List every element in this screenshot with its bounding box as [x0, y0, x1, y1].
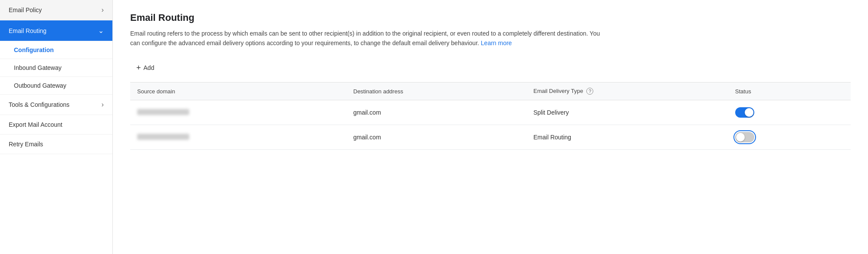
cell-source-domain [130, 100, 346, 125]
sidebar-item-label: Export Mail Account [9, 121, 62, 128]
sidebar-item-export-mail-account[interactable]: Export Mail Account [0, 115, 112, 135]
cell-email-delivery-type: Split Delivery [526, 100, 728, 125]
page-description: Email routing refers to the process by w… [130, 29, 608, 48]
blurred-source-domain [137, 134, 189, 140]
col-header-status: Status [728, 82, 851, 100]
toggle-track [735, 107, 754, 118]
table-row: gmail.com Email Routing [130, 125, 851, 150]
sidebar-item-inbound-gateway[interactable]: Inbound Gateway [0, 59, 112, 77]
chevron-right-icon: › [102, 101, 104, 109]
routing-table: Source domain Destination address Email … [130, 82, 851, 150]
sidebar-sub-item-label: Inbound Gateway [14, 64, 62, 71]
col-header-destination-address: Destination address [346, 82, 526, 100]
status-toggle[interactable] [735, 132, 754, 142]
sidebar-item-label: Tools & Configurations [9, 101, 69, 108]
sidebar-item-retry-emails[interactable]: Retry Emails [0, 135, 112, 154]
sidebar-item-email-policy[interactable]: Email Policy › [0, 0, 112, 20]
col-header-email-delivery-type: Email Delivery Type ? [526, 82, 728, 100]
learn-more-link[interactable]: Learn more [481, 40, 512, 46]
table-row: gmail.com Split Delivery [130, 100, 851, 125]
cell-destination-address: gmail.com [346, 100, 526, 125]
sidebar-item-outbound-gateway[interactable]: Outbound Gateway [0, 77, 112, 95]
sidebar-sub-item-label: Configuration [14, 46, 54, 53]
plus-icon: + [136, 64, 141, 72]
page-title: Email Routing [130, 12, 851, 23]
sidebar: Email Policy › Email Routing ⌄ Configura… [0, 0, 113, 254]
sidebar-item-tools-configurations[interactable]: Tools & Configurations › [0, 95, 112, 115]
status-toggle[interactable] [735, 107, 754, 118]
toggle-track [735, 132, 754, 142]
toggle-wrapper [735, 107, 844, 118]
sidebar-item-label: Email Policy [9, 7, 42, 13]
sidebar-item-email-routing[interactable]: Email Routing ⌄ [0, 20, 112, 41]
cell-destination-address: gmail.com [346, 125, 526, 150]
cell-source-domain [130, 125, 346, 150]
sidebar-item-label: Retry Emails [9, 141, 43, 148]
cell-status [728, 125, 851, 150]
table-header-row: Source domain Destination address Email … [130, 82, 851, 100]
help-icon[interactable]: ? [586, 88, 593, 95]
main-content: Email Routing Email routing refers to th… [113, 0, 868, 254]
chevron-right-icon: › [102, 6, 104, 14]
toggle-thumb [745, 108, 753, 117]
blurred-source-domain [137, 109, 189, 115]
chevron-down-icon: ⌄ [98, 26, 104, 35]
cell-status [728, 100, 851, 125]
col-header-source-domain: Source domain [130, 82, 346, 100]
sidebar-item-configuration[interactable]: Configuration [0, 41, 112, 59]
toggle-thumb [736, 133, 745, 142]
sidebar-sub-item-label: Outbound Gateway [14, 82, 66, 89]
toggle-wrapper [735, 132, 844, 142]
sidebar-item-label: Email Routing [9, 27, 46, 34]
add-button-label: Add [144, 64, 155, 71]
add-button[interactable]: + Add [130, 60, 160, 75]
cell-email-delivery-type: Email Routing [526, 125, 728, 150]
